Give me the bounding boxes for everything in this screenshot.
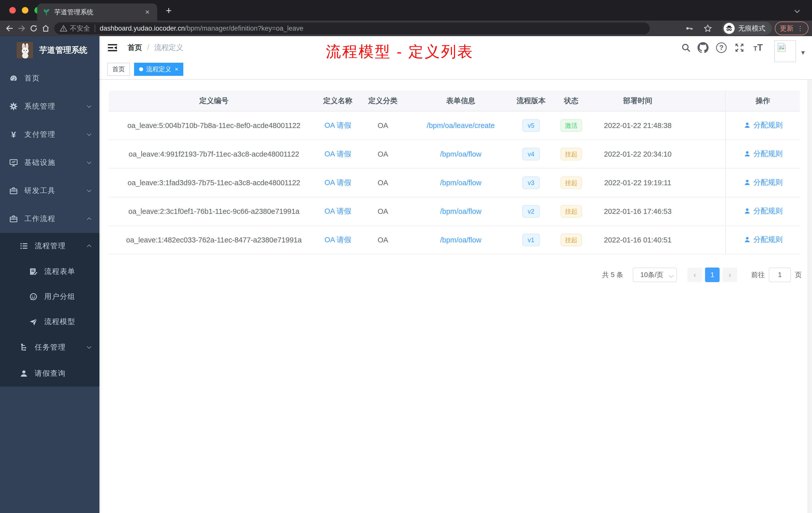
cell-deploy-time: 2022-01-22 21:48:38: [592, 111, 683, 140]
form-link[interactable]: /bpm/oa/flow: [440, 150, 481, 158]
prev-page-button[interactable]: ‹: [688, 268, 702, 282]
col-status: 状态: [550, 91, 592, 111]
tag-home[interactable]: 首页: [107, 63, 130, 76]
browser-tab[interactable]: 芋道管理系统 ×: [37, 3, 157, 21]
document-edit-icon: [29, 267, 38, 276]
table-row: oa_leave:5:004b710b-7b8a-11ec-8ef0-acde4…: [109, 111, 800, 140]
toolbox-icon: [9, 186, 18, 195]
list-tree-icon: [19, 241, 28, 250]
browser-update-button[interactable]: 更新 ⋮: [775, 22, 809, 35]
back-button[interactable]: [3, 22, 16, 34]
sidebar-item-home[interactable]: 首页: [0, 64, 99, 92]
header-search-button[interactable]: [681, 36, 691, 59]
home-button[interactable]: [40, 22, 52, 34]
tab-close-icon[interactable]: ×: [143, 8, 152, 16]
browser-toolbar: 不安全 dashboard.yudao.iocoder.cn/bpm/manag…: [0, 21, 812, 36]
goto-page-input[interactable]: [769, 268, 791, 282]
cell-deploy-time: 2022-01-16 01:40:51: [592, 225, 683, 254]
org-tree-icon: [19, 343, 28, 352]
sidebar-item-task-management[interactable]: 任务管理: [0, 334, 99, 360]
sidebar-logo[interactable]: 芋道管理系统: [0, 36, 99, 64]
version-badge: v5: [522, 119, 540, 132]
next-page-button[interactable]: ›: [723, 268, 737, 282]
yen-icon: ¥: [9, 130, 18, 139]
assign-rule-link[interactable]: 分配规则: [744, 177, 783, 187]
avatar[interactable]: [774, 40, 796, 62]
sidebar-menu: 首页 系统管理: [0, 64, 99, 387]
tags-view-bar: 首页 流程定义 ×: [99, 59, 812, 80]
pagination-total: 共 5 条: [602, 270, 623, 279]
minimize-window-button[interactable]: [22, 7, 28, 13]
form-link[interactable]: /bpm/oa/flow: [440, 207, 481, 215]
annotation-title: 流程模型 - 定义列表: [326, 42, 473, 62]
briefcase-icon: [9, 214, 18, 223]
cell-deploy-time: 2022-01-22 20:34:10: [592, 140, 683, 169]
tag-close-icon[interactable]: ×: [175, 66, 178, 73]
form-link[interactable]: /bpm/oa/flow: [440, 179, 481, 187]
gear-icon: [9, 102, 18, 111]
page-size-select[interactable]: 10条/页: [633, 268, 677, 282]
address-bar[interactable]: 不安全 dashboard.yudao.iocoder.cn/bpm/manag…: [54, 22, 650, 34]
cell-category: OA: [356, 111, 409, 140]
current-page-button[interactable]: 1: [705, 268, 720, 282]
definition-name-link[interactable]: OA 请假: [324, 207, 351, 215]
incognito-badge: 无痕模式: [722, 22, 772, 35]
sidebar-item-leave-query[interactable]: 请假查询: [0, 360, 99, 387]
fullscreen-icon[interactable]: [734, 36, 745, 59]
cell-definition-id: oa_leave:4:991f2193-7b7f-11ec-a3c8-acde4…: [109, 140, 319, 169]
version-badge: v4: [522, 148, 540, 160]
logo-rabbit-avatar: [17, 42, 33, 58]
assign-rule-link[interactable]: 分配规则: [744, 120, 783, 130]
page-scrollbar[interactable]: [808, 80, 812, 513]
new-tab-button[interactable]: +: [164, 6, 174, 16]
cell-category: OA: [356, 197, 409, 225]
page-unit-label: 页: [795, 270, 802, 279]
tab-search-chevron-icon[interactable]: [793, 7, 801, 15]
tag-process-definition[interactable]: 流程定义 ×: [134, 63, 183, 76]
form-link[interactable]: /bpm/oa/leave/create: [427, 121, 495, 129]
chevron-up-icon: [86, 216, 92, 222]
col-process-version: 流程版本: [512, 91, 550, 111]
sidebar-item-payment[interactable]: ¥ 支付管理: [0, 120, 99, 149]
definition-name-link[interactable]: OA 请假: [324, 236, 351, 244]
table-row: oa_leave:2:3c1f0ef1-76b1-11ec-9c66-a2380…: [109, 197, 800, 225]
github-icon[interactable]: [697, 36, 708, 59]
assign-rule-link[interactable]: 分配规则: [744, 235, 783, 245]
definition-name-link[interactable]: OA 请假: [324, 178, 351, 186]
cell-definition-id: oa_leave:1:482ec033-762a-11ec-8477-a2380…: [109, 225, 319, 254]
assign-rule-link[interactable]: 分配规则: [744, 149, 783, 159]
avatar-caret-icon[interactable]: ▼: [800, 49, 806, 56]
sidebar-item-dev-tools[interactable]: 研发工具: [0, 177, 99, 205]
sidebar-item-infrastructure[interactable]: 基础设施: [0, 149, 99, 177]
font-size-icon[interactable]: TT: [754, 36, 763, 59]
sidebar-item-system[interactable]: 系统管理: [0, 92, 99, 120]
status-badge: 激活: [560, 119, 582, 132]
sidebar-item-process-form[interactable]: 流程表单: [0, 259, 99, 284]
bookmark-star-icon[interactable]: [703, 24, 713, 33]
breadcrumb-home[interactable]: 首页: [127, 43, 142, 53]
breadcrumb: 首页 / 流程定义: [127, 43, 183, 53]
close-window-button[interactable]: [9, 7, 16, 13]
sidebar-item-user-group[interactable]: 用户分组: [0, 284, 99, 309]
forward-button[interactable]: [16, 22, 28, 34]
definition-table: 定义编号 定义名称 定义分类 表单信息 流程版本 状态 部署时间 操作 oa_l…: [109, 91, 800, 254]
reload-button[interactable]: [28, 22, 40, 34]
browser-menu-kebab-icon[interactable]: ⋮: [797, 27, 804, 30]
assign-rule-link[interactable]: 分配规则: [744, 206, 783, 216]
help-icon[interactable]: ?: [716, 36, 727, 59]
version-badge: v2: [522, 205, 540, 218]
definition-name-link[interactable]: OA 请假: [324, 150, 351, 158]
security-status-label[interactable]: 不安全: [70, 24, 90, 33]
form-link[interactable]: /bpm/oa/flow: [440, 236, 481, 244]
status-badge: 挂起: [560, 176, 582, 189]
sidebar-item-process-management[interactable]: 流程管理: [0, 233, 99, 259]
table-row: oa_leave:1:482ec033-762a-11ec-8477-a2380…: [109, 225, 800, 254]
sidebar-collapse-icon[interactable]: [107, 42, 118, 53]
cell-category: OA: [356, 169, 409, 197]
cell-definition-id: oa_leave:5:004b710b-7b8a-11ec-8ef0-acde4…: [109, 111, 319, 140]
definition-name-link[interactable]: OA 请假: [324, 121, 351, 129]
password-key-icon[interactable]: [685, 24, 694, 33]
sidebar-item-process-model[interactable]: 流程模型: [0, 309, 99, 334]
breadcrumb-separator: /: [147, 43, 149, 52]
sidebar-item-workflow[interactable]: 工作流程: [0, 205, 99, 233]
